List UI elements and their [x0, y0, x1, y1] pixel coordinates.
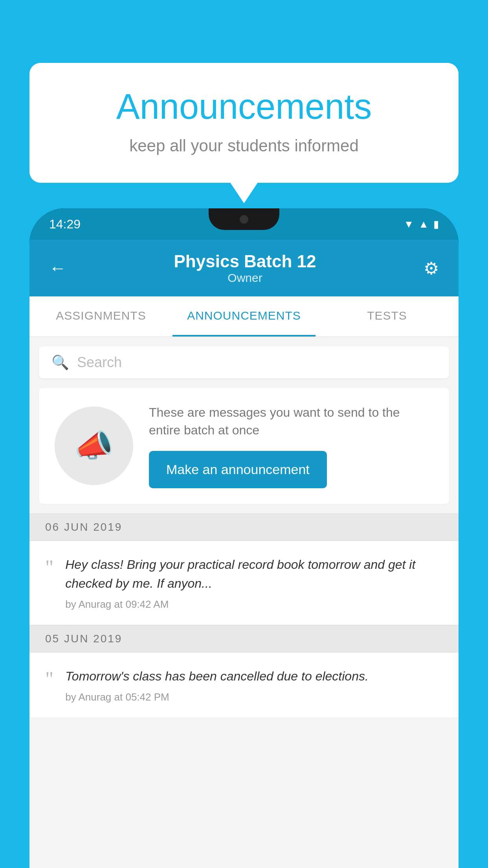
date-separator-2: 05 JUN 2019: [29, 625, 459, 653]
announcement-meta-2: by Anurag at 05:42 PM: [65, 691, 443, 703]
bubble-title: Announcements: [61, 86, 427, 127]
megaphone-icon: 📣: [74, 427, 114, 464]
announcement-message-2: Tomorrow's class has been cancelled due …: [65, 667, 443, 686]
phone-notch: [209, 208, 279, 230]
phone-container: 14:29 ▼ ▲ ▮ ← Physics Batch 12 Owner ⚙ A…: [29, 208, 459, 868]
megaphone-circle: 📣: [55, 406, 133, 485]
speech-bubble: Announcements keep all your students inf…: [29, 63, 459, 183]
wifi-icon: ▼: [404, 218, 414, 230]
status-time: 14:29: [49, 217, 81, 232]
bubble-subtitle: keep all your students informed: [61, 136, 427, 155]
back-button[interactable]: ←: [49, 258, 66, 278]
quote-icon-1: ": [45, 557, 53, 578]
app-bar: ← Physics Batch 12 Owner ⚙: [29, 240, 459, 296]
quote-icon-2: ": [45, 669, 53, 690]
app-bar-title: Physics Batch 12: [174, 252, 316, 271]
settings-button[interactable]: ⚙: [424, 258, 439, 278]
status-bar: 14:29 ▼ ▲ ▮: [29, 208, 459, 240]
prompt-right: These are messages you want to send to t…: [149, 404, 433, 488]
app-bar-center: Physics Batch 12 Owner: [174, 252, 316, 285]
search-placeholder: Search: [77, 354, 122, 371]
camera: [240, 215, 248, 224]
content-area: 🔍 Search 📣 These are messages you want t…: [29, 337, 459, 868]
announcement-meta-1: by Anurag at 09:42 AM: [65, 598, 443, 611]
date-separator-1: 06 JUN 2019: [29, 513, 459, 541]
announcement-message-1: Hey class! Bring your practical record b…: [65, 555, 443, 593]
status-icons: ▼ ▲ ▮: [404, 218, 439, 230]
announcement-item-1[interactable]: " Hey class! Bring your practical record…: [29, 541, 459, 625]
phone-screen: 14:29 ▼ ▲ ▮ ← Physics Batch 12 Owner ⚙ A…: [29, 208, 459, 868]
tab-tests[interactable]: TESTS: [316, 296, 459, 337]
search-bar[interactable]: 🔍 Search: [39, 346, 449, 379]
tab-assignments[interactable]: ASSIGNMENTS: [29, 296, 172, 337]
search-icon: 🔍: [51, 354, 69, 371]
announcement-text-2: Tomorrow's class has been cancelled due …: [65, 667, 443, 703]
announcement-prompt: 📣 These are messages you want to send to…: [39, 388, 449, 504]
signal-icon: ▲: [418, 218, 429, 230]
tab-announcements[interactable]: ANNOUNCEMENTS: [172, 296, 316, 337]
battery-icon: ▮: [433, 218, 439, 230]
announcement-text-1: Hey class! Bring your practical record b…: [65, 555, 443, 611]
tabs-bar: ASSIGNMENTS ANNOUNCEMENTS TESTS: [29, 296, 459, 337]
announcement-item-2[interactable]: " Tomorrow's class has been cancelled du…: [29, 653, 459, 718]
app-bar-subtitle: Owner: [174, 271, 316, 285]
prompt-text: These are messages you want to send to t…: [149, 404, 433, 439]
make-announcement-button[interactable]: Make an announcement: [149, 451, 327, 488]
